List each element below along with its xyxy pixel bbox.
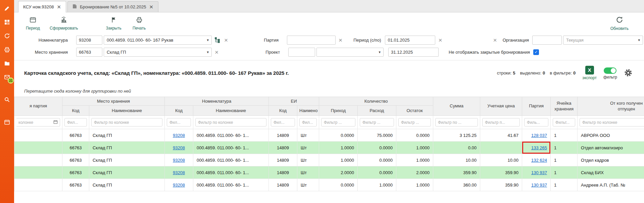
filter-unit-code[interactable]	[269, 116, 297, 129]
storage-select[interactable]: Склад ГП ▾	[104, 48, 212, 57]
tab-booking[interactable]: Бронирование №5 от 10.02.2025 ✕	[67, 1, 158, 12]
organization-input[interactable]	[532, 36, 562, 45]
clear-icon[interactable]: ×	[437, 37, 444, 43]
filter-income[interactable]	[319, 116, 358, 129]
folder-icon[interactable]	[3, 60, 11, 67]
project-input[interactable]	[288, 48, 315, 57]
nomenclature-code-link[interactable]: 93208	[173, 183, 185, 188]
group-header-nomenclature[interactable]: Номенклатура	[165, 97, 269, 106]
party-link[interactable]: 130 937	[531, 183, 547, 188]
nomenclature-code-link[interactable]: 93208	[173, 133, 185, 138]
sync-icon[interactable]	[3, 32, 11, 40]
excel-export-button[interactable]: X экспорт	[582, 66, 597, 80]
generate-button[interactable]: Сформировать	[50, 16, 78, 31]
filter-balance[interactable]	[396, 116, 433, 129]
table-row[interactable]: 66763 Склад ГП 93208 000.4859. 011.000- …	[14, 142, 644, 154]
column-filter-input[interactable]	[64, 118, 87, 126]
organization-select[interactable]: Текущая ▾	[563, 36, 643, 45]
group-header-storage[interactable]: Место хранения	[62, 97, 165, 106]
column-filter-input[interactable]	[321, 118, 355, 126]
header-unit-code[interactable]: Код	[269, 106, 297, 116]
group-by-hint[interactable]: Перетащите сюда колонку для группировки …	[14, 85, 644, 97]
refresh-button[interactable]: Обновить	[610, 16, 629, 31]
close-card-button[interactable]: Закрыть	[105, 16, 122, 31]
filter-party[interactable]	[522, 116, 551, 129]
table-row[interactable]: 66763 Склад ГП 93208 000.4859. 011.000- …	[14, 179, 644, 191]
column-filter-input[interactable]	[17, 119, 53, 126]
party-link[interactable]: 128 037	[531, 133, 547, 138]
clear-icon[interactable]: ×	[492, 37, 499, 43]
column-filter-input[interactable]	[435, 118, 478, 126]
header-storage-cell[interactable]: Ячейка хранения	[551, 97, 578, 116]
header-unit-name[interactable]: Наимено	[297, 106, 319, 116]
nomenclature-code-input[interactable]	[76, 36, 102, 45]
period-from-input[interactable]	[385, 36, 435, 45]
party-input[interactable]	[287, 36, 336, 45]
header-income[interactable]: Приход	[319, 106, 358, 116]
header-storage-name[interactable]: Наименование	[89, 106, 165, 116]
period-to-input[interactable]	[388, 48, 439, 57]
table-row[interactable]: 66763 Склад ГП 93208 000.4859. 011.000- …	[14, 166, 644, 179]
calendar-icon[interactable]	[53, 119, 58, 125]
close-icon[interactable]: ✕	[149, 4, 153, 9]
filter-expense[interactable]	[358, 116, 396, 129]
column-filter-input[interactable]	[91, 118, 162, 126]
header-party[interactable]: Партия	[522, 97, 551, 116]
filter-price[interactable]	[480, 116, 522, 129]
tree-icon[interactable]	[214, 36, 221, 44]
nomenclature-code-link[interactable]: 93208	[173, 170, 185, 175]
storage-code-input[interactable]	[76, 48, 102, 57]
table-row[interactable]: 66763 Склад ГП 93208 000.4859. 011.000- …	[14, 129, 644, 142]
column-filter-input[interactable]	[299, 118, 317, 126]
column-filter-input[interactable]	[398, 118, 431, 126]
column-filter-input[interactable]	[553, 118, 575, 126]
filter-sum[interactable]	[433, 116, 480, 129]
hide-closed-checkbox[interactable]: ✓	[533, 49, 539, 55]
party-link[interactable]: 132 624	[531, 158, 547, 163]
close-icon[interactable]: ✕	[57, 4, 61, 9]
column-filter-input[interactable]	[360, 118, 394, 126]
table-row[interactable]: 66763 Склад ГП 93208 000.4859. 011.000- …	[14, 154, 644, 166]
header-from[interactable]: От кого полученотпущен	[578, 97, 644, 116]
pencil-icon[interactable]	[3, 5, 11, 12]
group-header-unit[interactable]: ЕИ	[269, 97, 319, 106]
filter-nom-name[interactable]	[193, 116, 269, 129]
project-select[interactable]: ▾	[316, 48, 384, 57]
party-link[interactable]: 130 937	[531, 170, 547, 175]
qr-code-icon[interactable]	[3, 18, 11, 26]
print-button[interactable]: Печать	[131, 16, 148, 31]
nomenclature-code-link[interactable]: 93208	[173, 145, 185, 150]
header-storage-code[interactable]: Код	[62, 106, 89, 116]
header-price[interactable]: Учетная цена	[480, 97, 522, 116]
column-filter-input[interactable]	[482, 118, 520, 126]
tab-ksu[interactable]: КСУ ном.93208 ✕	[18, 1, 66, 12]
filter-storage-code[interactable]	[62, 116, 89, 129]
column-filter-input[interactable]	[524, 118, 548, 126]
filter-from[interactable]	[578, 116, 644, 129]
column-filter-input[interactable]	[580, 118, 644, 126]
nomenclature-select[interactable]: 000.4859. 011.000- 60- 167 Рукав ▾	[104, 36, 212, 45]
search-icon[interactable]	[3, 96, 11, 103]
group-header-quantity[interactable]: Количество	[319, 97, 433, 106]
mail-icon[interactable]: 31	[3, 73, 11, 81]
header-nom-name[interactable]: Наименование	[193, 106, 269, 116]
clear-icon[interactable]: ×	[337, 37, 344, 43]
column-filter-input[interactable]	[271, 118, 295, 126]
calendar-icon[interactable]	[3, 118, 11, 126]
header-nom-code[interactable]: Код	[165, 106, 193, 116]
toggle-switch[interactable]	[604, 67, 616, 74]
filter-toggle[interactable]: фильтр	[603, 66, 617, 80]
period-button[interactable]: Период	[24, 16, 42, 31]
column-filter-input[interactable]	[195, 118, 266, 126]
filter-storage-name[interactable]	[89, 116, 165, 129]
header-internal-party[interactable]: я партия	[14, 97, 62, 116]
column-filter-input[interactable]	[167, 118, 191, 126]
header-expense[interactable]: Расход	[358, 106, 396, 116]
filter-unit-name[interactable]	[297, 116, 319, 129]
filter-cell[interactable]	[551, 116, 578, 129]
printer-icon[interactable]	[3, 46, 11, 53]
filter-nom-code[interactable]	[165, 116, 193, 129]
header-sum[interactable]: Сумма	[433, 97, 480, 116]
clear-icon[interactable]: ×	[213, 49, 220, 55]
filter-internal-party[interactable]	[14, 116, 62, 129]
